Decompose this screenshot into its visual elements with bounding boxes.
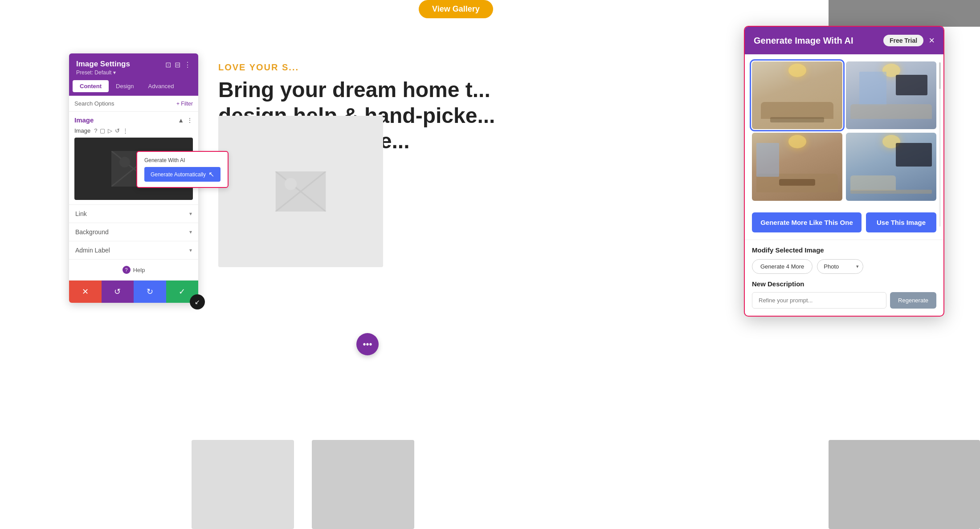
link-chevron: ▾	[189, 211, 192, 217]
photo-type-select[interactable]: Photo Illustration Painting Digital Art	[817, 259, 863, 274]
tv-4	[896, 143, 932, 167]
background-label: Background	[75, 228, 109, 236]
panel-header-left: Image Settings Preset: Default ▾	[76, 60, 130, 76]
new-description-title: New Description	[752, 280, 936, 288]
sofa-4	[850, 175, 896, 190]
tab-content[interactable]: Content	[73, 80, 109, 92]
modify-section: Modify Selected Image Generate 4 More Ph…	[745, 240, 943, 280]
generate-ai-tooltip: Generate With AI Generate Automatically …	[136, 151, 229, 188]
chat-floating-button[interactable]: •••	[356, 333, 379, 355]
generate-4-button[interactable]: Generate 4 More	[752, 259, 813, 274]
chandelier-1	[788, 64, 806, 77]
regenerate-button[interactable]: Regenerate	[890, 292, 936, 309]
filter-button[interactable]: + Filter	[176, 101, 193, 107]
help-icon: ?	[122, 266, 131, 274]
help-icon-small[interactable]: ?	[94, 127, 97, 134]
panel-header: Image Settings Preset: Default ▾ ⊡ ⊟ ⋮	[69, 53, 198, 80]
generate-auto-label: Generate Automatically	[151, 171, 206, 178]
ai-image-item-1[interactable]	[752, 61, 842, 129]
bottom-image-2	[312, 440, 414, 529]
tv-2	[896, 75, 927, 95]
panel-icon-1[interactable]: ⊡	[165, 61, 171, 69]
undo-button[interactable]: ↺	[102, 281, 134, 303]
bottom-image-3	[829, 440, 980, 529]
help-text: Help	[133, 267, 145, 273]
image-tool-icons: ? ▢ ▷ ↺ ⋮	[94, 127, 128, 134]
dark-circle-button[interactable]: ↙	[190, 294, 205, 309]
tab-design[interactable]: Design	[109, 80, 141, 92]
free-trial-badge: Free Trial	[883, 35, 923, 46]
panel-footer: ✕ ↺ ↻ ✓	[69, 280, 198, 303]
section-icons: ▲ ⋮	[178, 117, 193, 124]
scrollbar-thumb	[939, 62, 941, 89]
admin-label-section[interactable]: Admin Label ▾	[69, 241, 198, 260]
chandelier-3	[788, 135, 806, 148]
floor-detail-4	[850, 190, 932, 194]
chat-icon: •••	[363, 339, 372, 350]
photo-select-wrapper: Photo Illustration Painting Digital Art …	[817, 259, 863, 274]
top-right-image	[829, 0, 980, 27]
tab-advanced[interactable]: Advanced	[141, 80, 181, 92]
close-button[interactable]: ×	[929, 36, 935, 45]
ai-image-item-3[interactable]	[752, 133, 842, 200]
redo-button[interactable]: ↻	[134, 281, 166, 303]
ai-image-item-4[interactable]	[846, 133, 936, 200]
generate-more-button[interactable]: Generate More Like This One	[752, 212, 862, 232]
room-image-2	[846, 61, 936, 129]
panel-header-icons: ⊡ ⊟ ⋮	[165, 61, 191, 69]
modify-row: Generate 4 More Photo Illustration Paint…	[752, 259, 936, 274]
admin-chevron: ▾	[189, 247, 192, 253]
section-header: Image ▲ ⋮	[74, 116, 193, 124]
help-section: ? Help	[69, 260, 198, 280]
image-tool-2[interactable]: ▷	[108, 127, 112, 134]
panel-title: Image Settings	[76, 60, 130, 69]
image-tool-3[interactable]: ↺	[115, 127, 120, 134]
generate-automatically-button[interactable]: Generate Automatically ↖	[144, 167, 220, 182]
use-this-image-button[interactable]: Use This Image	[866, 212, 936, 232]
generate-ai-label: Generate With AI	[144, 157, 220, 163]
image-label-row: Image ? ▢ ▷ ↺ ⋮	[74, 127, 193, 134]
new-description-section: New Description Regenerate	[745, 280, 943, 316]
image-section: Image ▲ ⋮ Image ? ▢ ▷ ↺ ⋮	[69, 112, 198, 205]
background-chevron: ▾	[189, 229, 192, 235]
ai-dialog-header-right: Free Trial ×	[883, 35, 935, 46]
ai-image-item-2[interactable]	[846, 61, 936, 129]
link-section[interactable]: Link ▾	[69, 205, 198, 223]
svg-point-3	[285, 178, 297, 190]
hero-love-text: LOVE YOUR S...	[218, 62, 615, 73]
scrollbar-track	[939, 62, 941, 227]
image-label: Image	[74, 127, 90, 134]
table-3	[779, 179, 815, 186]
panel-search: Search Options + Filter	[69, 96, 198, 112]
panel-tabs: Content Design Advanced	[69, 80, 198, 96]
new-description-input[interactable]	[752, 292, 886, 309]
section-icon-up[interactable]: ▲	[178, 117, 184, 124]
window-2	[859, 72, 886, 106]
svg-point-7	[119, 157, 130, 167]
section-icon-more[interactable]: ⋮	[187, 117, 193, 124]
image-preview: Generate With AI Generate Automatically …	[74, 138, 193, 200]
image-tool-1[interactable]: ▢	[100, 127, 105, 134]
search-label: Search Options	[74, 100, 114, 107]
help-link[interactable]: ? Help	[75, 266, 192, 274]
link-label: Link	[75, 210, 87, 217]
cancel-button[interactable]: ✕	[69, 281, 102, 303]
image-tool-4[interactable]: ⋮	[122, 127, 128, 134]
view-gallery-button[interactable]: View Gallery	[419, 0, 493, 18]
room-image-3	[752, 133, 842, 200]
section-title: Image	[74, 116, 94, 124]
room-image-4	[846, 133, 936, 200]
panel-icon-2[interactable]: ⊟	[175, 61, 180, 69]
sofa-1	[761, 102, 833, 119]
background-section[interactable]: Background ▾	[69, 223, 198, 241]
ai-dialog-title: Generate Image With AI	[754, 36, 853, 46]
ai-image-grid	[745, 54, 943, 208]
cursor-icon: ↖	[208, 170, 214, 179]
image-settings-panel: Image Settings Preset: Default ▾ ⊡ ⊟ ⋮ C…	[69, 53, 198, 303]
panel-icon-3[interactable]: ⋮	[184, 61, 191, 69]
main-image-placeholder	[218, 116, 383, 267]
modify-title: Modify Selected Image	[752, 246, 936, 254]
new-description-row: Regenerate	[752, 292, 936, 309]
room-image-1	[752, 61, 842, 129]
ai-dialog-header: Generate Image With AI Free Trial ×	[745, 27, 943, 54]
